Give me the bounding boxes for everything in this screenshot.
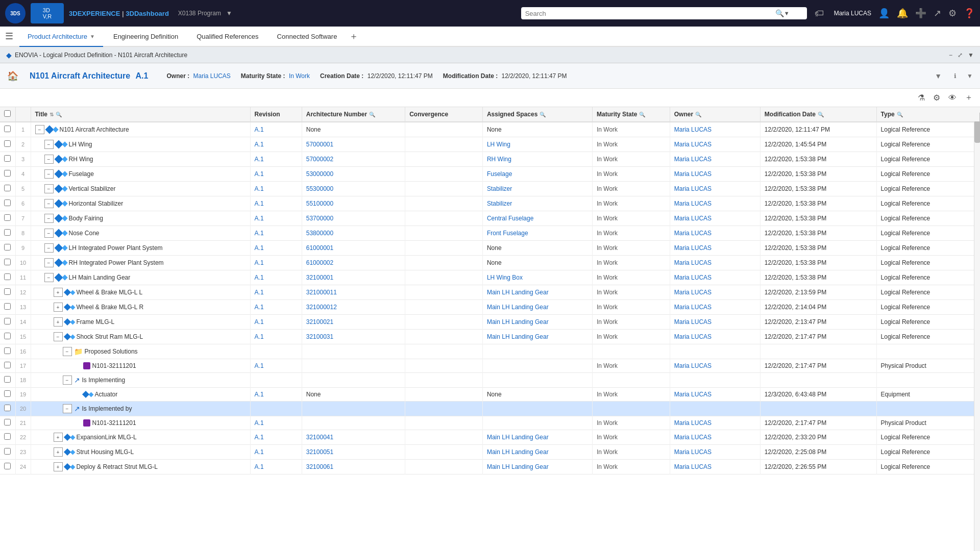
view-button[interactable]: 👁: [946, 91, 959, 105]
row-revision[interactable]: A.1: [250, 256, 302, 270]
header-expand-icon[interactable]: ▼: [935, 72, 942, 80]
program-label[interactable]: X0138 Program: [178, 10, 221, 17]
row-arch-num[interactable]: 55100000: [302, 196, 405, 211]
owner-link[interactable]: Maria LUCAS: [674, 215, 712, 222]
assigned-link[interactable]: Front Fuselage: [487, 230, 528, 237]
row-checkbox[interactable]: [4, 288, 11, 295]
row-title[interactable]: Actuator: [95, 391, 118, 398]
row-title[interactable]: Proposed Solutions: [85, 348, 138, 355]
row-owner[interactable]: Maria LUCAS: [670, 330, 760, 344]
row-checkbox[interactable]: [4, 244, 11, 251]
row-owner[interactable]: Maria LUCAS: [670, 152, 760, 167]
arch-num-link[interactable]: 32100031: [306, 333, 333, 340]
row-assigned[interactable]: LH Wing: [482, 137, 592, 152]
row-assigned[interactable]: Main LH Landing Gear: [482, 285, 592, 300]
row-checkbox-cell[interactable]: [0, 402, 15, 416]
revision-link[interactable]: A.1: [255, 259, 264, 266]
row-checkbox-cell[interactable]: [0, 241, 15, 256]
row-title[interactable]: ExpansionLink MLG-L: [77, 434, 137, 441]
revision-link[interactable]: A.1: [255, 185, 264, 192]
breadcrumb-expand[interactable]: ⤢: [958, 52, 963, 59]
assigned-link[interactable]: LH Wing Box: [487, 274, 523, 281]
row-checkbox[interactable]: [4, 362, 11, 368]
revision-link[interactable]: A.1: [255, 244, 264, 252]
row-arch-num[interactable]: None: [302, 388, 405, 402]
row-assigned[interactable]: Stabilizer: [482, 182, 592, 196]
row-checkbox[interactable]: [4, 140, 11, 147]
apps-icon[interactable]: ⚙: [948, 8, 957, 19]
row-assigned[interactable]: Main LH Landing Gear: [482, 330, 592, 344]
row-assigned[interactable]: [482, 373, 592, 388]
row-collapse-btn[interactable]: −: [44, 243, 54, 253]
row-checkbox[interactable]: [4, 448, 11, 455]
row-revision[interactable]: [250, 373, 302, 388]
row-revision[interactable]: A.1: [250, 359, 302, 373]
row-checkbox-cell[interactable]: [0, 167, 15, 182]
row-title[interactable]: Is Implemented by: [82, 405, 132, 412]
revision-link[interactable]: A.1: [255, 362, 264, 369]
row-title[interactable]: Deploy & Retract Strut MLG-L: [77, 463, 158, 470]
row-expand-btn[interactable]: +: [54, 447, 63, 457]
app-logo[interactable]: 3DS: [5, 3, 26, 23]
revision-link[interactable]: A.1: [255, 391, 264, 398]
tab-connected-software[interactable]: Connected Software: [269, 27, 346, 47]
row-owner[interactable]: [670, 402, 760, 416]
row-checkbox-cell[interactable]: [0, 196, 15, 211]
row-revision[interactable]: A.1: [250, 285, 302, 300]
row-owner[interactable]: Maria LUCAS: [670, 167, 760, 182]
owner-link[interactable]: Maria LUCAS: [674, 126, 712, 133]
row-checkbox-cell[interactable]: [0, 430, 15, 445]
row-expand-btn[interactable]: +: [54, 303, 63, 312]
row-arch-num[interactable]: 32100041: [302, 430, 405, 445]
row-checkbox-cell[interactable]: [0, 330, 15, 344]
owner-filter-icon[interactable]: 🔍: [695, 112, 701, 117]
row-expand-btn[interactable]: +: [54, 317, 63, 327]
search-bar[interactable]: 🔍 ▼: [521, 7, 807, 19]
row-owner[interactable]: Maria LUCAS: [670, 445, 760, 460]
row-title[interactable]: LH Main Landing Gear: [69, 274, 131, 281]
owner-link[interactable]: Maria LUCAS: [674, 304, 712, 311]
row-checkbox-cell[interactable]: [0, 359, 15, 373]
owner-link[interactable]: Maria LUCAS: [674, 318, 712, 325]
owner-link[interactable]: Maria LUCAS: [674, 274, 712, 281]
assigned-link[interactable]: Main LH Landing Gear: [487, 318, 549, 325]
assigned-link[interactable]: Main LH Landing Gear: [487, 463, 549, 470]
row-revision[interactable]: A.1: [250, 226, 302, 241]
row-arch-num[interactable]: None: [302, 122, 405, 137]
maturity-filter-icon[interactable]: 🔍: [639, 112, 645, 117]
row-checkbox[interactable]: [4, 318, 11, 324]
row-arch-num[interactable]: [302, 416, 405, 430]
row-revision[interactable]: [250, 402, 302, 416]
row-revision[interactable]: A.1: [250, 122, 302, 137]
row-owner[interactable]: Maria LUCAS: [670, 122, 760, 137]
revision-link[interactable]: A.1: [255, 156, 264, 163]
row-expand-btn[interactable]: +: [54, 288, 63, 297]
revision-link[interactable]: A.1: [255, 448, 264, 456]
row-assigned[interactable]: Main LH Landing Gear: [482, 315, 592, 330]
arch-num-link[interactable]: 321000011: [306, 289, 337, 296]
row-title[interactable]: RH Integrated Power Plant System: [69, 259, 164, 266]
owner-link[interactable]: Maria LUCAS: [674, 244, 712, 252]
row-revision[interactable]: A.1: [250, 241, 302, 256]
col-modification-date[interactable]: Modification Date🔍: [760, 107, 876, 122]
row-title[interactable]: Strut Housing MLG-L: [77, 448, 134, 456]
row-checkbox-cell[interactable]: [0, 300, 15, 315]
row-owner[interactable]: Maria LUCAS: [670, 300, 760, 315]
arch-num-link[interactable]: 57000002: [306, 156, 333, 163]
home-icon[interactable]: 🏠: [7, 70, 18, 82]
revision-link[interactable]: A.1: [255, 333, 264, 340]
row-title[interactable]: RH Wing: [69, 156, 93, 163]
row-arch-num[interactable]: 321000012: [302, 300, 405, 315]
hamburger-menu[interactable]: ☰: [5, 31, 13, 42]
row-title[interactable]: Shock Strut Ram MLG-L: [77, 333, 143, 340]
row-collapse-btn[interactable]: −: [44, 169, 54, 179]
row-checkbox-cell[interactable]: [0, 285, 15, 300]
row-arch-num[interactable]: 32100001: [302, 270, 405, 285]
assigned-link[interactable]: Central Fuselage: [487, 215, 533, 222]
row-checkbox[interactable]: [4, 433, 11, 440]
row-checkbox[interactable]: [4, 273, 11, 280]
type-filter-icon[interactable]: 🔍: [897, 112, 903, 117]
row-arch-num[interactable]: 53800000: [302, 226, 405, 241]
row-revision[interactable]: A.1: [250, 445, 302, 460]
owner-link[interactable]: Maria LUCAS: [674, 141, 712, 148]
